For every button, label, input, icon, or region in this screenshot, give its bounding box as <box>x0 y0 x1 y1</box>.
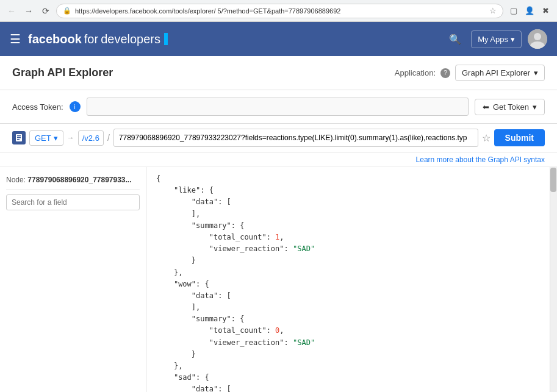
brand-for-text: for <box>84 32 98 46</box>
bookmark-url-button[interactable]: ☆ <box>482 132 491 144</box>
lock-icon: 🔒 <box>63 7 71 15</box>
node-value: 778979068896920_77897933... <box>27 176 131 184</box>
learn-more-row: Learn more about the Graph API syntax <box>0 152 557 167</box>
scrollbar-track[interactable] <box>550 167 557 392</box>
my-apps-label: My Apps <box>478 35 508 44</box>
user-avatar[interactable] <box>528 29 547 49</box>
profile-button[interactable]: 👤 <box>523 4 536 18</box>
version-selector[interactable]: /v2.6 <box>78 130 104 146</box>
extensions-button[interactable]: ▢ <box>507 4 520 18</box>
left-panel: Node: 778979068896920_77897933... <box>0 167 146 392</box>
submit-button[interactable]: Submit <box>494 129 545 146</box>
hamburger-menu-button[interactable]: ☰ <box>10 32 21 46</box>
tool-title: Graph API Explorer <box>12 66 113 79</box>
url-text: https://developers.facebook.com/tools/ex… <box>75 7 486 15</box>
my-apps-dropdown-icon: ▾ <box>511 35 515 44</box>
url-path-input[interactable] <box>113 129 478 147</box>
browser-chrome: ← → ⟳ 🔒 https://developers.facebook.com/… <box>0 0 557 22</box>
get-token-dropdown-icon: ▾ <box>533 102 537 112</box>
method-dropdown-icon: ▾ <box>54 134 58 143</box>
get-token-arrow-icon: ⬅ <box>483 102 489 112</box>
doc-icon[interactable] <box>12 131 26 144</box>
url-separator-arrow: → <box>67 134 74 142</box>
submit-label: Submit <box>505 133 534 143</box>
scrollbar-thumb[interactable] <box>550 168 556 192</box>
top-navigation: ☰ facebook for developers 🔍 My Apps ▾ <box>0 22 557 56</box>
svg-rect-6 <box>17 139 20 140</box>
get-token-label: Get Token <box>493 102 529 112</box>
menu-button[interactable]: ✖ <box>539 4 552 18</box>
method-selector[interactable]: GET ▾ <box>29 130 63 146</box>
forward-button[interactable]: → <box>22 4 35 18</box>
explorer-body: Node: 778979068896920_77897933... { "lik… <box>0 167 557 392</box>
my-apps-button[interactable]: My Apps ▾ <box>471 30 522 48</box>
tool-header: Graph API Explorer Application: ? Graph … <box>0 56 557 90</box>
node-prefix: Node: <box>6 176 27 184</box>
brand-developers-text: developers <box>101 32 160 46</box>
json-output-panel[interactable]: { "like": { "data": [ ], "summary": { "t… <box>146 167 557 392</box>
url-bar-row: GET ▾ → /v2.6 / ☆ Submit <box>0 124 557 152</box>
app-selector-button[interactable]: Graph API Explorer ▾ <box>455 65 545 81</box>
browser-actions: ▢ 👤 ✖ <box>507 4 552 18</box>
method-label: GET <box>35 134 51 143</box>
access-token-input[interactable] <box>87 98 469 116</box>
get-token-button[interactable]: ⬅ Get Token ▾ <box>475 99 545 115</box>
search-button[interactable]: 🔍 <box>445 29 465 49</box>
json-content: { "like": { "data": [ ], "summary": { "t… <box>156 173 547 392</box>
star-icon: ☆ <box>482 133 491 143</box>
token-info-icon[interactable]: i <box>70 101 81 112</box>
learn-more-link[interactable]: Learn more about the Graph API syntax <box>416 155 545 164</box>
token-label: Access Token: <box>12 102 63 112</box>
application-label: Application: <box>395 68 436 77</box>
address-bar[interactable]: 🔒 https://developers.facebook.com/tools/… <box>56 4 503 18</box>
url-separator-slash: / <box>107 133 110 143</box>
svg-rect-4 <box>17 135 21 137</box>
svg-point-1 <box>534 33 541 40</box>
access-token-row: Access Token: i ⬅ Get Token ▾ <box>0 90 557 124</box>
node-label: Node: 778979068896920_77897933... <box>6 173 140 190</box>
app-selector-dropdown-icon: ▾ <box>534 68 538 77</box>
main-content: Graph API Explorer Application: ? Graph … <box>0 56 557 392</box>
app-selector-label: Graph API Explorer <box>462 68 530 77</box>
refresh-button[interactable]: ⟳ <box>39 4 52 18</box>
bookmark-icon[interactable]: ☆ <box>489 6 497 15</box>
brand-facebook-text: facebook <box>28 32 82 46</box>
brand-square-decoration <box>164 33 168 45</box>
field-search-input[interactable] <box>6 194 140 210</box>
application-section: Application: ? Graph API Explorer ▾ <box>395 65 545 81</box>
brand-logo: facebook for developers <box>28 32 168 46</box>
application-help-icon[interactable]: ? <box>440 68 450 78</box>
svg-rect-5 <box>17 137 21 138</box>
nav-right: 🔍 My Apps ▾ <box>445 29 547 49</box>
version-label: /v2.6 <box>82 134 99 143</box>
back-button[interactable]: ← <box>5 4 18 18</box>
